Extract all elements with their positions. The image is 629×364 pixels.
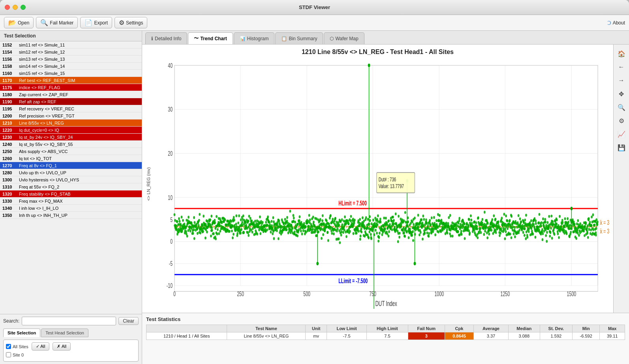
test-row[interactable]: 1175indice <> REF_FLAG — [0, 84, 142, 91]
all-sites-checkbox-label[interactable]: All Sites — [6, 344, 28, 349]
test-num: 1280 — [2, 170, 19, 175]
main-tab-detailed[interactable]: ℹDetailed Info — [145, 32, 187, 44]
test-row[interactable]: 1300Uvlo hysteresis <> UVLO_HYS — [0, 176, 142, 183]
fail-marker-button[interactable]: 🔍 Fail Marker — [36, 17, 78, 28]
test-desc: Inh th up <> INH_TH_UP — [19, 213, 139, 218]
test-row[interactable]: 1220Iq dut_cycle=0 <> IQ — [0, 127, 142, 134]
svg-point-996 — [429, 219, 431, 222]
test-row[interactable]: 1240Iq st_by 55v <> IQ_SBY_55 — [0, 141, 142, 148]
test-row[interactable]: 1154sim12 ref <> Simule_12 — [0, 49, 142, 56]
main-tab-wafer_map[interactable]: ⬡Wafer Map — [324, 32, 364, 44]
test-row[interactable]: 1340I inh low <> I_IH_LO — [0, 205, 142, 212]
svg-point-1555 — [577, 232, 579, 235]
svg-point-1493 — [560, 225, 562, 228]
test-row[interactable]: 1152sim11 ref <> Simule_11 — [0, 41, 142, 49]
move-icon[interactable]: ✥ — [616, 88, 627, 100]
svg-point-1424 — [542, 217, 544, 220]
svg-point-255 — [233, 216, 235, 219]
test-row[interactable]: 1190Ref aft zap <> REF — [0, 98, 142, 105]
minimize-button[interactable] — [13, 5, 18, 10]
svg-point-590 — [321, 219, 323, 222]
svg-point-390 — [268, 221, 270, 224]
cross-all-button[interactable]: ✗ All — [53, 342, 71, 351]
settings-toolbar-icon: ⚙ — [119, 19, 124, 26]
clear-button[interactable]: Clear — [118, 317, 139, 325]
stats-unit: mv — [306, 332, 327, 340]
chart-container: <> LN_REG (mv) — [146, 60, 609, 309]
test-row[interactable]: 1156sim13 ref <> Simule_13 — [0, 56, 142, 63]
svg-point-1214 — [486, 236, 488, 239]
test-row[interactable]: 1250Abs supply <> ABS_VCC — [0, 148, 142, 155]
open-button[interactable]: 📂 Open — [4, 17, 34, 28]
svg-point-377 — [265, 221, 267, 224]
test-row[interactable]: 1320Freq stability <> FQ_STAB — [0, 190, 142, 198]
zoom-icon[interactable]: 🔍 — [616, 101, 627, 113]
svg-text:-10: -10 — [167, 282, 173, 289]
test-row[interactable]: 1180Zap current <> ZAP_REF — [0, 91, 142, 98]
check-all-button[interactable]: ✓ All — [32, 342, 50, 351]
svg-point-762 — [367, 218, 369, 220]
test-row[interactable]: 1200Ref precision <> VREF_TGT — [0, 112, 142, 119]
back-icon[interactable]: ← — [616, 61, 627, 73]
svg-point-398 — [270, 220, 272, 223]
test-row[interactable]: 1210Line 8/55v <> LN_REG — [0, 119, 142, 127]
test-row[interactable]: 1350Inh th up <> INH_TH_UP — [0, 212, 142, 219]
svg-point-336 — [254, 220, 256, 222]
bottom-tab-bar: Site SelectionTest Head Selection — [3, 329, 139, 337]
home-icon[interactable]: 🏠 — [616, 48, 627, 60]
stats-low-limit: -7.5 — [327, 332, 367, 340]
site0-checkbox[interactable] — [6, 352, 11, 357]
svg-point-1601 — [589, 221, 591, 224]
trend-icon[interactable]: 📈 — [616, 128, 627, 140]
svg-point-853 — [391, 228, 393, 231]
main-tab-histogram[interactable]: 📊Histogram — [234, 32, 275, 44]
svg-point-395 — [270, 231, 272, 233]
svg-point-1389 — [533, 223, 535, 226]
test-list[interactable]: 1152sim11 ref <> Simule_111154sim12 ref … — [0, 41, 142, 314]
svg-point-30 — [570, 207, 573, 210]
bottom-tab-head[interactable]: Test Head Selection — [41, 329, 88, 337]
test-row[interactable]: 1195Ref recovery <> VREF_REC — [0, 105, 142, 112]
test-row[interactable]: 1230Iq st_by 24v <> IQ_SBY_24 — [0, 134, 142, 141]
test-row[interactable]: 1170Ref best <> REF_BEST_SIM — [0, 77, 142, 84]
tab-icon-bin_summary: 📋 — [281, 36, 287, 41]
svg-point-1284 — [505, 215, 507, 217]
test-row[interactable]: 1260Iq tot <> IQ_TOT — [0, 155, 142, 162]
settings-icon[interactable]: ⚙ — [616, 115, 627, 127]
test-row[interactable]: 1310Freq at 55v <> FQ_2 — [0, 183, 142, 190]
svg-point-712 — [354, 219, 356, 222]
svg-point-1454 — [550, 227, 552, 230]
settings-button[interactable]: ⚙ Settings — [115, 17, 147, 28]
test-row[interactable]: 1160sim15 ref <> Simule_15 — [0, 70, 142, 77]
svg-point-325 — [252, 231, 253, 233]
test-row[interactable]: 1280Uvlo up th <> UVLO_UP — [0, 169, 142, 176]
svg-point-656 — [339, 241, 341, 244]
all-sites-checkbox[interactable] — [6, 344, 11, 349]
tab-label-detailed: Detailed Info — [155, 36, 181, 41]
tab-label-wafer_map: Wafer Map — [335, 36, 358, 41]
export-button[interactable]: 📄 Export — [80, 17, 112, 28]
svg-point-750 — [364, 235, 366, 237]
svg-point-899 — [403, 231, 405, 234]
test-row[interactable]: 1330Freq max <> FQ_MAX — [0, 198, 142, 205]
svg-point-543 — [309, 218, 311, 221]
chart-svg[interactable]: 40 30 20 10 5 0 -5 -10 0 — [152, 60, 609, 309]
maximize-button[interactable] — [21, 5, 26, 10]
forward-icon[interactable]: → — [616, 75, 627, 86]
close-button[interactable] — [5, 5, 10, 10]
test-row[interactable]: 1270Freq at 8v <> FQ_1 — [0, 162, 142, 169]
svg-point-755 — [365, 216, 367, 219]
site0-checkbox-label[interactable]: Site 0 — [6, 352, 24, 357]
svg-text:-5: -5 — [169, 260, 173, 267]
search-input[interactable] — [22, 317, 116, 325]
main-tab-bin_summary[interactable]: 📋Bin Summary — [275, 32, 323, 44]
svg-point-1565 — [579, 222, 581, 225]
svg-point-1520 — [567, 220, 569, 223]
main-tab-trend[interactable]: 〜Trend Chart — [188, 32, 233, 44]
svg-point-1423 — [542, 232, 544, 235]
test-row[interactable]: 1158sim14 ref <> Simule_14 — [0, 63, 142, 70]
save-icon[interactable]: 💾 — [616, 142, 627, 153]
sidebar: Test Selection 1152sim11 ref <> Simule_1… — [0, 31, 142, 364]
about-button[interactable]: Ↄ About — [607, 20, 625, 26]
bottom-tab-site[interactable]: Site Selection — [3, 329, 40, 337]
